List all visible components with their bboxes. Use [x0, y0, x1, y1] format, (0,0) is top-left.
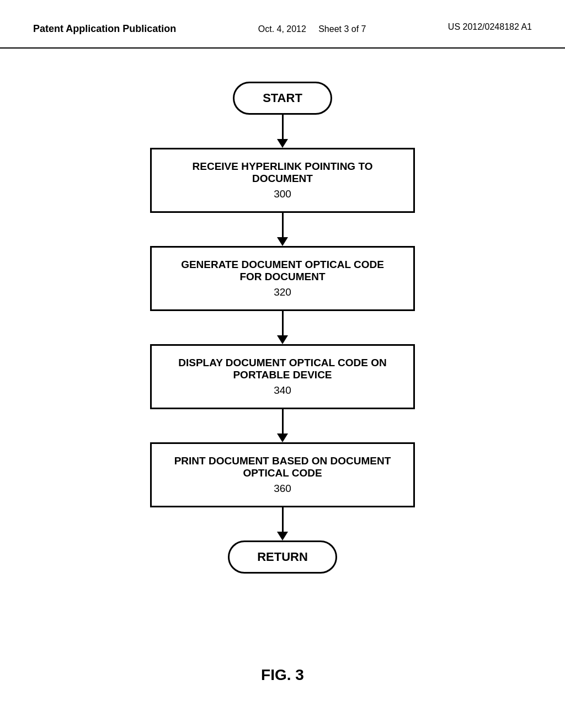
- page-header: Patent Application Publication Oct. 4, 2…: [0, 0, 565, 49]
- arrow-head-4: [277, 433, 288, 442]
- step-300-num: 300: [168, 188, 397, 200]
- step-360-num: 360: [168, 483, 397, 495]
- step-360-box: PRINT DOCUMENT BASED ON DOCUMENTOPTICAL …: [150, 442, 415, 507]
- header-date: Oct. 4, 2012: [258, 24, 306, 34]
- arrow-head-5: [277, 532, 288, 540]
- step-320-num: 320: [168, 286, 397, 298]
- flowchart: START RECEIVE HYPERLINK POINTING TODOCUM…: [0, 49, 565, 596]
- step-340-text: DISPLAY DOCUMENT OPTICAL CODE ONPORTABLE…: [178, 357, 387, 381]
- arrow-1: [277, 115, 288, 148]
- arrow-line-1: [282, 115, 284, 139]
- publication-label: Patent Application Publication: [33, 22, 176, 36]
- arrow-line-5: [282, 507, 284, 532]
- return-terminal: RETURN: [228, 540, 337, 574]
- figure-label: FIG. 3: [261, 666, 304, 684]
- arrow-line-3: [282, 311, 284, 335]
- arrow-line-2: [282, 213, 284, 237]
- header-center: Oct. 4, 2012 Sheet 3 of 7: [258, 22, 366, 36]
- step-300-box: RECEIVE HYPERLINK POINTING TODOCUMENT 30…: [150, 148, 415, 213]
- step-340-num: 340: [168, 384, 397, 397]
- step-320-text: GENERATE DOCUMENT OPTICAL CODEFOR DOCUME…: [181, 259, 384, 282]
- start-terminal: START: [233, 82, 332, 115]
- step-340-box: DISPLAY DOCUMENT OPTICAL CODE ONPORTABLE…: [150, 344, 415, 409]
- arrow-2: [277, 213, 288, 246]
- arrow-3: [277, 311, 288, 344]
- step-360-text: PRINT DOCUMENT BASED ON DOCUMENTOPTICAL …: [174, 455, 391, 479]
- arrow-head-1: [277, 139, 288, 148]
- arrow-head-2: [277, 237, 288, 246]
- arrow-line-4: [282, 409, 284, 433]
- arrow-head-3: [277, 335, 288, 344]
- patent-number: US 2012/0248182 A1: [448, 22, 532, 32]
- arrow-4: [277, 409, 288, 442]
- step-300-text: RECEIVE HYPERLINK POINTING TODOCUMENT: [193, 160, 373, 184]
- header-sheet: Sheet 3 of 7: [318, 24, 366, 34]
- step-320-box: GENERATE DOCUMENT OPTICAL CODEFOR DOCUME…: [150, 246, 415, 311]
- arrow-5: [277, 507, 288, 540]
